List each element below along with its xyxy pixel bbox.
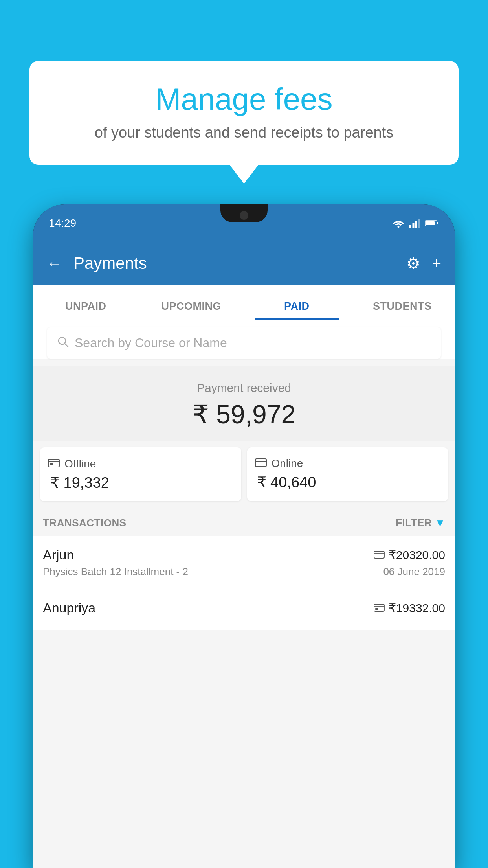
svg-rect-1 (409, 225, 411, 228)
speech-bubble: Manage fees of your students and send re… (29, 61, 459, 165)
transaction-date: 06 June 2019 (383, 566, 445, 578)
svg-rect-7 (426, 221, 435, 225)
svg-point-0 (398, 226, 400, 228)
filter-icon: ▼ (435, 517, 445, 529)
svg-rect-13 (374, 551, 384, 558)
tab-paid[interactable]: PAID (244, 300, 350, 320)
tab-students[interactable]: STUDENTS (350, 300, 455, 320)
signal-icon (409, 219, 420, 228)
transaction-amount-wrap-2: ₹19332.00 (374, 601, 445, 615)
online-icon (255, 457, 267, 470)
svg-rect-14 (374, 604, 384, 611)
status-icons (392, 219, 439, 228)
bubble-subtitle: of your students and send receipts to pa… (53, 124, 435, 141)
bubble-title: Manage fees (53, 83, 435, 116)
payment-received-label: Payment received (41, 381, 447, 395)
svg-rect-10 (48, 459, 59, 467)
battery-icon (425, 220, 439, 227)
wifi-icon (392, 219, 405, 228)
transaction-course: Physics Batch 12 Installment - 2 (43, 566, 188, 578)
phone-screen: UNPAID UPCOMING PAID STUDENTS (33, 285, 455, 868)
online-card: Online ₹ 40,640 (247, 447, 448, 501)
transaction-amount-2: ₹19332.00 (389, 601, 445, 615)
online-amount: ₹ 40,640 (255, 474, 440, 491)
app-bar-icons: ⚙ + (406, 254, 441, 272)
status-time: 14:29 (49, 217, 76, 230)
online-label: Online (272, 457, 303, 470)
offline-label: Offline (64, 458, 96, 470)
tab-unpaid[interactable]: UNPAID (33, 300, 139, 320)
tab-bar: UNPAID UPCOMING PAID STUDENTS (33, 285, 455, 320)
svg-rect-3 (415, 221, 417, 228)
tab-upcoming[interactable]: UPCOMING (139, 300, 244, 320)
payment-cards-row: Offline ₹ 19,332 Online ₹ 40,640 (40, 447, 448, 501)
speech-bubble-container: Manage fees of your students and send re… (29, 61, 459, 165)
app-bar-title: Payments (73, 254, 398, 273)
transaction-row[interactable]: Arjun ₹20320.00 Physics Batch 12 Install… (33, 536, 455, 589)
phone-frame: 14:29 (33, 204, 455, 868)
svg-rect-12 (255, 459, 266, 467)
status-bar: 14:29 (33, 204, 455, 242)
offline-card: Offline ₹ 19,332 (40, 447, 241, 501)
transaction-amount-wrap: ₹20320.00 (374, 548, 445, 562)
svg-rect-6 (437, 222, 438, 224)
payment-received-section: Payment received ₹ 59,972 (33, 366, 455, 441)
transactions-header: TRANSACTIONS FILTER ▼ (33, 507, 455, 536)
transactions-label: TRANSACTIONS (43, 517, 127, 529)
offline-payment-icon (374, 602, 385, 614)
search-icon (57, 335, 69, 351)
svg-rect-11 (50, 463, 53, 465)
add-icon[interactable]: + (432, 255, 441, 272)
transaction-row[interactable]: Anupriya ₹19332.00 (33, 589, 455, 630)
transaction-name-2: Anupriya (43, 600, 95, 616)
camera (240, 211, 248, 220)
notch (220, 204, 268, 222)
search-placeholder: Search by Course or Name (75, 336, 227, 350)
settings-icon[interactable]: ⚙ (406, 254, 420, 272)
offline-amount: ₹ 19,332 (48, 474, 233, 491)
payment-received-amount: ₹ 59,972 (41, 399, 447, 430)
offline-icon (48, 457, 60, 470)
transaction-amount: ₹20320.00 (389, 548, 445, 562)
filter-label: FILTER (396, 517, 432, 529)
filter-wrap[interactable]: FILTER ▼ (396, 517, 445, 529)
online-payment-icon (374, 549, 385, 561)
svg-line-9 (65, 344, 68, 347)
svg-rect-15 (375, 608, 378, 610)
app-bar: ← Payments ⚙ + (33, 242, 455, 285)
svg-rect-2 (413, 223, 415, 228)
back-button[interactable]: ← (47, 255, 62, 272)
transaction-name: Arjun (43, 547, 74, 563)
svg-rect-4 (418, 219, 420, 228)
search-bar[interactable]: Search by Course or Name (47, 327, 441, 359)
